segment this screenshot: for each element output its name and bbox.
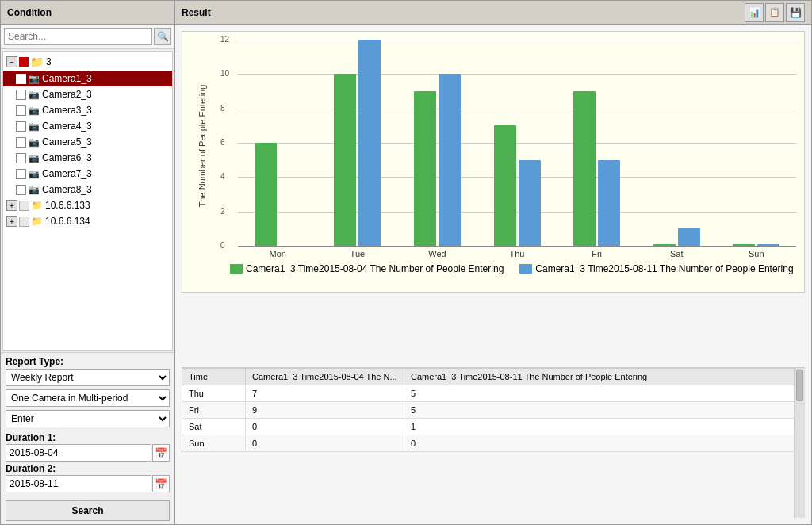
duration2-input[interactable]	[6, 475, 151, 492]
camera-icon-4: 📷	[29, 137, 40, 148]
report-type-label: Report Type:	[6, 356, 170, 367]
camera-item-7[interactable]: 📷 Camera8_3	[3, 182, 172, 197]
camera-label-7: Camera8_3	[42, 184, 92, 195]
camera-item-2[interactable]: 📷 Camera3_3	[3, 102, 172, 118]
camera-checkbox-7[interactable]	[16, 185, 26, 195]
y-tick-12: 12	[220, 35, 229, 44]
bar-pair-tue	[318, 40, 398, 246]
checkbox-sub-1[interactable]	[19, 217, 29, 227]
camera-checkbox-5[interactable]	[16, 153, 26, 163]
camera-checkbox-0[interactable]: ✓	[16, 74, 26, 84]
check-icon-0: ✓	[18, 75, 25, 83]
camera-checkbox-4[interactable]	[16, 137, 26, 148]
bar-green-mon	[255, 143, 277, 246]
bar-chart-button[interactable]: 📊	[745, 3, 764, 22]
x-label-tue: Tue	[318, 249, 398, 259]
table-body: Thu 7 5 Fri 9 5 Sat 0 1 Su	[182, 385, 805, 452]
checkbox-sub-0[interactable]	[19, 201, 29, 211]
cell-time-2: Sat	[182, 419, 246, 435]
legend-item-green: Camera1_3 Time2015-08-04 The Number of P…	[230, 263, 504, 274]
bar-pair-sun	[716, 244, 796, 246]
calendar-icon-1: 📅	[155, 447, 167, 459]
tree-root: − 📁 3 ✓ 📷 Camera1_3	[3, 52, 172, 231]
cell-val2-0: 5	[404, 385, 805, 402]
y-tick-2: 2	[220, 207, 225, 216]
camera-item-1[interactable]: 📷 Camera2_3	[3, 86, 172, 102]
duration1-input[interactable]	[6, 444, 151, 462]
legend-color-blue	[519, 264, 532, 274]
bar-pair-sat	[637, 228, 717, 246]
export-button[interactable]: 💾	[786, 3, 805, 22]
collapse-button[interactable]: −	[6, 56, 17, 67]
legend-label-green: Camera1_3 Time2015-08-04 The Number of P…	[246, 263, 504, 274]
duration1-label: Duration 1:	[6, 432, 170, 443]
status-indicator	[19, 57, 29, 67]
bar-blue-sat	[678, 228, 700, 246]
mode-select[interactable]: One Camera in Multi-period Multi-Camera …	[6, 389, 170, 407]
x-label-sat: Sat	[637, 249, 717, 259]
cell-val1-1: 9	[246, 402, 404, 419]
event-select[interactable]: Enter Exit Enter and Exit	[6, 410, 170, 427]
camera-label-6: Camera7_3	[42, 168, 92, 179]
report-type-select[interactable]: Weekly Report Daily Report Monthly Repor…	[6, 369, 170, 386]
cell-val1-0: 7	[246, 385, 404, 402]
y-line-0: 0	[238, 246, 796, 247]
cell-time-0: Thu	[182, 385, 246, 402]
root-label: 3	[46, 56, 52, 67]
scrollbar-thumb[interactable]	[796, 370, 803, 401]
camera-icon-5: 📷	[29, 153, 40, 163]
camera-label-2: Camera3_3	[42, 105, 92, 116]
bar-pair-thu	[477, 125, 557, 246]
cell-val2-2: 1	[404, 419, 805, 435]
camera-checkbox-3[interactable]	[16, 121, 26, 132]
result-header: Result 📊 📋 💾	[175, 1, 811, 25]
camera-icon-6: 📷	[29, 169, 40, 179]
camera-item-0[interactable]: ✓ 📷 Camera1_3	[3, 71, 172, 86]
table-scrollbar[interactable]	[794, 368, 805, 518]
camera-label-3: Camera4_3	[42, 121, 92, 132]
table-header-row: Time Camera1_3 Time2015-08-04 The N... C…	[182, 369, 805, 385]
bar-pair-wed	[397, 74, 477, 246]
camera-checkbox-2[interactable]	[16, 105, 26, 116]
bar-blue-wed	[439, 74, 461, 246]
x-label-thu: Thu	[477, 249, 557, 259]
bar-green-sun	[733, 244, 755, 246]
duration2-row: 📅	[6, 475, 170, 492]
bar-green-thu	[494, 125, 516, 246]
cell-time-1: Fri	[182, 402, 246, 419]
camera-checkbox-1[interactable]	[16, 90, 26, 100]
camera-label-0: Camera1_3	[42, 73, 92, 84]
chart-inner: 12 10 8 6 4	[238, 40, 796, 246]
table-row: Sun 0 0	[182, 435, 805, 452]
data-table: Time Camera1_3 Time2015-08-04 The N... C…	[182, 368, 805, 452]
form-section: Report Type: Weekly Report Daily Report …	[1, 352, 174, 497]
calendar-button-1[interactable]: 📅	[152, 444, 170, 462]
bar-blue-sun	[757, 244, 779, 246]
data-table-area: Time Camera1_3 Time2015-08-04 The N... C…	[182, 367, 805, 518]
camera-item-6[interactable]: 📷 Camera7_3	[3, 166, 172, 182]
camera-icon-0: 📷	[29, 74, 40, 84]
camera-item-5[interactable]: 📷 Camera6_3	[3, 150, 172, 166]
camera-checkbox-6[interactable]	[16, 169, 26, 179]
chart-wrapper: The Number of People Entering 12 10	[182, 31, 805, 293]
camera-label-5: Camera6_3	[42, 152, 92, 163]
camera-icon-1: 📷	[29, 90, 40, 100]
subgroup-item-0[interactable]: + 📁 10.6.6.133	[3, 197, 172, 213]
y-tick-10: 10	[220, 69, 229, 78]
subgroup-label-0: 10.6.6.133	[45, 200, 90, 211]
calendar-button-2[interactable]: 📅	[152, 475, 170, 492]
search-button[interactable]: Search	[6, 500, 170, 521]
col-series2: Camera1_3 Time2015-08-11 The Number of P…	[404, 369, 805, 385]
table-chart-icon: 📋	[769, 7, 780, 17]
search-icon-button[interactable]: 🔍	[154, 28, 171, 45]
camera-item-3[interactable]: 📷 Camera4_3	[3, 118, 172, 134]
search-input[interactable]	[4, 28, 152, 45]
tree-root-item[interactable]: − 📁 3	[3, 53, 172, 71]
y-tick-0: 0	[220, 241, 225, 250]
camera-item-4[interactable]: 📷 Camera5_3	[3, 134, 172, 150]
table-chart-button[interactable]: 📋	[765, 3, 784, 22]
camera-icon-3: 📷	[29, 121, 40, 132]
subgroup-item-1[interactable]: + 📁 10.6.6.134	[3, 213, 172, 229]
expand-button-0[interactable]: +	[6, 200, 17, 211]
expand-button-1[interactable]: +	[6, 216, 17, 227]
